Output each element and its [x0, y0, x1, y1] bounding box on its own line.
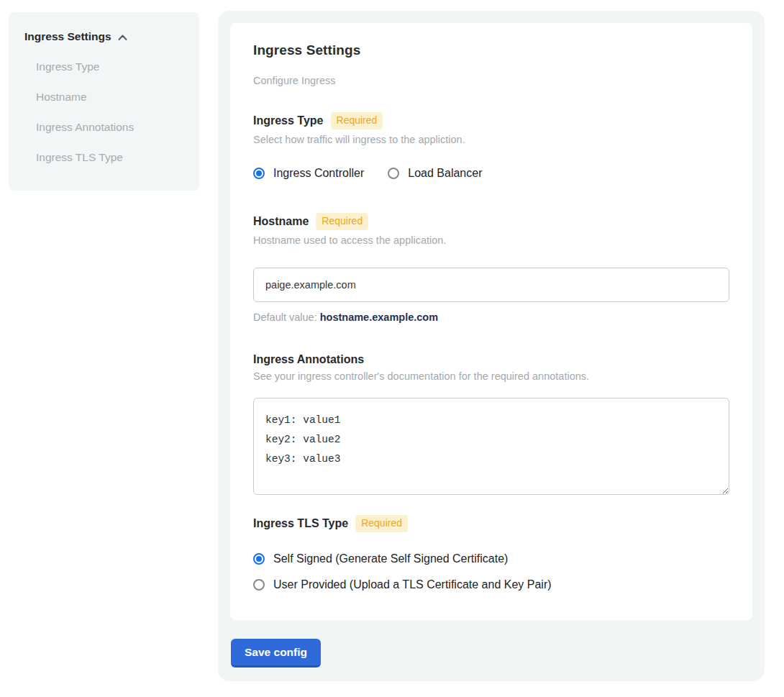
chevron-up-icon [118, 33, 127, 42]
radio-option-label: Ingress Controller [273, 167, 364, 180]
ingress-type-radio-group: Ingress Controller Load Balancer [253, 167, 729, 180]
hostname-default-hint: Default value: hostname.example.com [253, 311, 729, 323]
default-value-text: hostname.example.com [320, 311, 438, 323]
settings-sidebar: Ingress Settings Ingress Type Hostname I… [9, 12, 199, 191]
hostname-input[interactable] [253, 268, 729, 302]
ingress-tls-type-label: Ingress TLS Type [253, 517, 348, 530]
radio-option-user-provided[interactable]: User Provided (Upload a TLS Certificate … [253, 578, 729, 591]
ingress-tls-type-radio-group: Self Signed (Generate Self Signed Certif… [253, 552, 729, 591]
ingress-type-description: Select how traffic will ingress to the a… [253, 134, 729, 145]
radio-option-label: User Provided (Upload a TLS Certificate … [273, 578, 552, 591]
ingress-settings-panel: Ingress Settings Configure Ingress Ingre… [218, 11, 765, 681]
save-config-button[interactable]: Save config [231, 639, 321, 668]
sidebar-section-toggle[interactable]: Ingress Settings [24, 30, 183, 43]
radio-option-label: Load Balancer [408, 167, 482, 180]
radio-option-load-balancer[interactable]: Load Balancer [388, 167, 482, 180]
sidebar-item-hostname[interactable]: Hostname [36, 90, 183, 104]
ingress-annotations-field: Ingress Annotations See your ingress con… [253, 353, 729, 498]
ingress-type-label: Ingress Type [253, 114, 324, 127]
page-subtitle: Configure Ingress [253, 75, 729, 86]
radio-button-icon[interactable] [388, 168, 399, 179]
required-badge: Required [355, 515, 408, 532]
default-value-prefix: Default value: [253, 311, 320, 323]
hostname-label: Hostname [253, 215, 309, 228]
ingress-annotations-textarea[interactable]: key1: value1 key2: value2 key3: value3 [253, 398, 729, 495]
ingress-annotations-label: Ingress Annotations [253, 353, 364, 366]
radio-option-ingress-controller[interactable]: Ingress Controller [253, 167, 364, 180]
hostname-field: Hostname Required Hostname used to acces… [253, 213, 729, 323]
ingress-tls-type-field: Ingress TLS Type Required Self Signed (G… [253, 515, 729, 591]
sidebar-section-label: Ingress Settings [24, 30, 111, 43]
ingress-type-field: Ingress Type Required Select how traffic… [253, 112, 729, 180]
radio-button-icon[interactable] [253, 168, 265, 179]
sidebar-item-ingress-annotations[interactable]: Ingress Annotations [36, 120, 183, 135]
radio-button-icon[interactable] [253, 579, 265, 591]
radio-option-self-signed[interactable]: Self Signed (Generate Self Signed Certif… [253, 552, 729, 565]
required-badge: Required [316, 213, 368, 230]
radio-option-label: Self Signed (Generate Self Signed Certif… [273, 552, 508, 565]
ingress-annotations-description: See your ingress controller's documentat… [253, 370, 729, 382]
radio-button-icon[interactable] [253, 553, 265, 565]
hostname-description: Hostname used to access the application. [253, 234, 729, 246]
page-title: Ingress Settings [253, 42, 729, 58]
sidebar-item-ingress-type[interactable]: Ingress Type [36, 60, 183, 74]
required-badge: Required [331, 112, 383, 129]
ingress-settings-card: Ingress Settings Configure Ingress Ingre… [230, 23, 752, 620]
sidebar-item-ingress-tls-type[interactable]: Ingress TLS Type [36, 150, 183, 165]
sidebar-nav: Ingress Type Hostname Ingress Annotation… [36, 60, 183, 165]
